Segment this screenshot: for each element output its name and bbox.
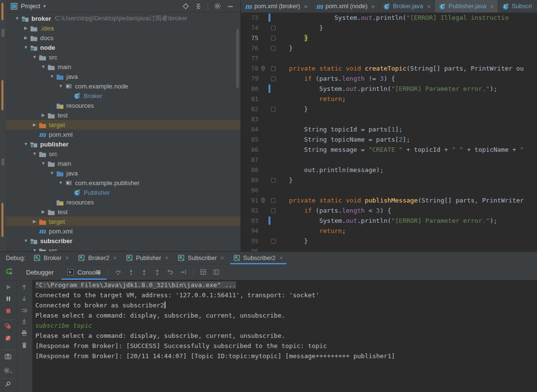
chevron-right-icon[interactable]: ▶ [22,35,30,40]
camera-button[interactable] [4,353,12,360]
chevron-right-icon[interactable]: ▶ [39,209,47,214]
locate-icon[interactable] [182,3,189,10]
tree-item-resources[interactable]: resources [6,101,240,110]
tree-item-com-example-publisher[interactable]: ▼com.example.publisher [6,178,240,188]
tree-item-publisher[interactable]: CPublisher [6,188,240,197]
tree-item-src[interactable]: ▼src [6,246,240,251]
scroll-end-button[interactable] [21,318,28,325]
run-to-cursor-icon[interactable] [180,269,187,276]
chevron-down-icon[interactable]: ▼ [30,151,39,156]
close-icon[interactable]: × [280,255,283,261]
tree-item-subscriber[interactable]: ▼subscriber [6,236,240,246]
line-number[interactable]: 87 [241,155,258,165]
line-number[interactable]: 91 [241,195,258,205]
line-number[interactable]: 76 [241,43,258,53]
tree-item-broker[interactable]: ▼brokerC:\Users\lnpjj\Desktop\jiedan\jav… [6,14,240,23]
chevron-down-icon[interactable]: ▼ [57,84,65,88]
line-number[interactable]: 94 [241,226,258,236]
debug-session-tab-broker[interactable]: Broker× [29,252,74,264]
line-number[interactable]: 86 [241,145,258,155]
line-number[interactable]: 85 [241,134,258,145]
collapse-all-icon[interactable] [195,3,202,10]
project-scrollbar[interactable] [236,29,239,88]
mute-breakpoints-button[interactable] [4,334,12,342]
evaluate-icon[interactable] [200,269,207,276]
pause-button[interactable] [5,295,12,302]
list-icon[interactable] [95,269,102,276]
step-over-icon[interactable] [115,269,121,276]
line-number[interactable]: 78 [241,63,258,73]
chevron-down-icon[interactable]: ▼ [30,248,39,251]
tree-item-main[interactable]: ▼main [6,159,240,168]
editor-tab-subscri[interactable]: CSubscri [498,0,537,13]
chevron-right-icon[interactable]: ▶ [39,113,47,117]
debug-session-tab-subscriber2[interactable]: Subscriber2× [229,252,288,264]
tree-item-broker[interactable]: CBroker [6,91,240,101]
step-out-icon[interactable] [154,269,161,276]
editor-tab-broker-java[interactable]: CBroker.java× [379,0,435,13]
debug-session-tab-broker2[interactable]: Broker2× [74,252,121,264]
chevron-down-icon[interactable]: ▼ [42,4,46,9]
rerun-button[interactable] [5,268,13,277]
chevron-down-icon[interactable]: ▼ [22,238,30,243]
console-output[interactable]: "C:\Program Files\Java\jdk1.8.0_321\bin\… [32,280,537,392]
view-tab-debugger[interactable]: Debugger [19,264,60,280]
soft-wrap-button[interactable] [21,307,28,314]
tree-item-resources[interactable]: resources [6,197,240,207]
force-step-into-icon[interactable] [141,269,148,276]
view-breakpoints-button[interactable] [4,322,12,330]
close-icon[interactable]: × [304,3,308,10]
line-number[interactable]: 84 [241,124,258,134]
tree-item-docs[interactable]: ▶docs [6,33,240,43]
close-icon[interactable]: × [113,255,117,261]
tree-item--idea[interactable]: ▶.idea [6,23,240,33]
tree-item-test[interactable]: ▶test [6,207,240,217]
print-button[interactable] [21,330,28,336]
line-number[interactable]: 95 [241,236,258,246]
chevron-down-icon[interactable]: ▼ [57,180,65,185]
pin-button[interactable] [4,381,11,388]
chevron-down-icon[interactable]: ▼ [48,74,56,79]
close-icon[interactable]: × [65,255,69,261]
chevron-down-icon[interactable]: ▼ [22,142,30,146]
hide-icon[interactable] [227,3,234,10]
tree-item-src[interactable]: ▼src [6,52,240,62]
chevron-right-icon[interactable]: ▶ [30,219,39,224]
tree-item-target[interactable]: ▶target [6,217,240,226]
line-number[interactable]: 89 [241,175,258,185]
editor-tab-publisher-java[interactable]: CPublisher.java× [435,0,498,13]
tree-item-main[interactable]: ▼main [6,62,240,72]
drop-frame-icon[interactable] [167,269,174,276]
close-icon[interactable]: × [165,255,168,261]
close-icon[interactable]: × [490,3,494,10]
debug-session-tab-subscriber[interactable]: Subscriber× [173,252,229,264]
line-number[interactable]: 74 [241,23,258,33]
line-number[interactable]: 83 [241,114,258,124]
line-number[interactable]: 75 [241,33,258,43]
tree-item-java[interactable]: ▼java [6,72,240,81]
resume-button[interactable] [5,284,12,290]
tree-item-src[interactable]: ▼src [6,149,240,159]
tree-item-node[interactable]: ▼node [6,43,240,52]
tree-item-com-example-node[interactable]: ▼com.example.node [6,81,240,91]
line-number[interactable]: 80 [241,84,258,94]
chevron-right-icon[interactable]: ▶ [22,26,30,30]
line-number[interactable]: 73 [241,13,258,23]
line-number[interactable]: 79 [241,73,258,84]
code-editor[interactable]: 73 System.out.println("[ERROR] Illegal i… [241,13,537,251]
tree-item-pom-xml[interactable]: mpom.xml [6,226,240,236]
line-number[interactable]: 88 [241,165,258,175]
line-number[interactable]: 92 [241,205,258,216]
close-icon[interactable]: × [221,255,224,261]
step-into-icon[interactable] [128,269,134,276]
down-button[interactable] [21,295,28,302]
settings-icon[interactable] [214,2,221,10]
editor-tab-pom-xml-broker-[interactable]: mpom.xml (broker)× [241,0,312,13]
chevron-down-icon[interactable]: ▼ [22,45,30,50]
tree-item-publisher[interactable]: ▼publisher [6,139,240,149]
chevron-down-icon[interactable]: ▼ [48,171,56,175]
settings-dd-button[interactable] [3,367,13,374]
project-panel-title[interactable]: Project [21,2,40,10]
line-number[interactable]: 81 [241,94,258,104]
debug-session-tab-publisher[interactable]: Publisher× [121,252,173,264]
